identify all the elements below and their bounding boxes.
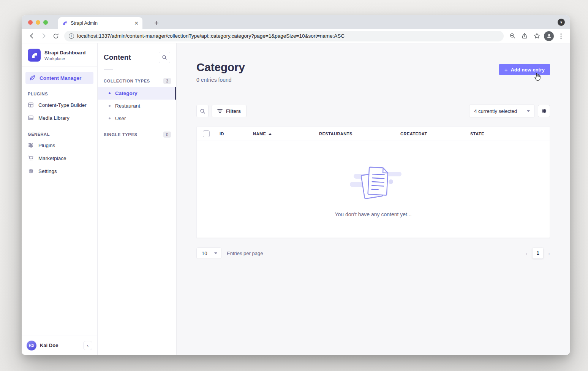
browser-toolbar: i localhost:1337/admin/content-manager/c…: [22, 29, 570, 43]
current-page-button[interactable]: 1: [533, 248, 543, 258]
sort-asc-icon: [269, 133, 272, 135]
content-subnav: Content COLLECTION TYPES 3 Category Rest…: [98, 43, 177, 355]
subnav-item-restaurant[interactable]: Restaurant: [98, 100, 176, 112]
browser-menu-icon[interactable]: [556, 31, 566, 41]
brand[interactable]: Strapi Dashboard Workplace: [22, 43, 97, 67]
filters-label: Filters: [226, 108, 241, 114]
column-header-id[interactable]: ID: [220, 132, 253, 136]
empty-state-text: You don't have any content yet...: [335, 211, 411, 217]
subnav-item-label: Restaurant: [115, 103, 140, 109]
browser-profile-avatar[interactable]: [544, 31, 554, 41]
sidebar-item-label: Marketplace: [38, 155, 66, 161]
pagination-bar: 10 Entries per page ‹ 1 ›: [196, 247, 550, 259]
sidebar-section-plugins: PLUGINS: [22, 84, 97, 98]
subnav-item-user[interactable]: User: [98, 112, 176, 125]
record-indicator-icon[interactable]: ▼: [558, 19, 565, 26]
column-header-createdat[interactable]: CREATEDAT: [400, 132, 470, 136]
next-page-icon[interactable]: ›: [548, 250, 550, 257]
table-header-row: ID NAME RESTAURANTS CREATEDAT STATE: [197, 127, 550, 141]
brand-title: Strapi Dashboard: [44, 50, 85, 55]
image-icon: [28, 115, 34, 121]
subnav-title: Content: [104, 53, 131, 62]
sidebar-user: KD Kai Doe ‹: [22, 336, 97, 355]
strapi-logo-icon: [28, 49, 41, 62]
bullet-icon: [109, 92, 111, 94]
list-controls: Filters 4 currently selected: [196, 105, 550, 117]
table-empty-state: You don't have any content yet...: [197, 141, 550, 238]
filters-button[interactable]: Filters: [212, 105, 247, 117]
new-tab-button[interactable]: +: [152, 18, 161, 28]
subnav-item-category[interactable]: Category: [98, 87, 176, 100]
columns-select-value: 4 currently selected: [474, 108, 517, 114]
page-title: Category: [196, 61, 245, 74]
sidebar-item-label: Content-Type Builder: [38, 102, 87, 108]
toolbar-actions: [507, 31, 566, 41]
collection-types-label: COLLECTION TYPES: [104, 79, 150, 83]
chevron-down-icon: [527, 110, 530, 112]
subnav-divider: [104, 69, 113, 70]
back-button[interactable]: [26, 31, 37, 41]
table-settings-button[interactable]: [538, 105, 550, 117]
reload-button[interactable]: [51, 31, 61, 41]
zoom-icon[interactable]: [507, 31, 517, 41]
search-entries-button[interactable]: [196, 105, 209, 117]
column-header-restaurants[interactable]: RESTAURANTS: [319, 132, 400, 136]
sidebar-item-content-type-builder[interactable]: Content-Type Builder: [22, 98, 97, 111]
window-controls: [28, 20, 48, 25]
url-bar[interactable]: i localhost:1337/admin/content-manager/c…: [64, 31, 504, 41]
bullet-icon: [109, 117, 111, 119]
select-all-checkbox[interactable]: [203, 130, 210, 137]
feather-pen-icon: [29, 75, 35, 81]
page-size-select[interactable]: 10: [196, 247, 221, 259]
entries-per-page-label: Entries per page: [227, 251, 263, 256]
site-info-icon[interactable]: i: [69, 33, 74, 39]
bullet-icon: [109, 105, 111, 107]
columns-select[interactable]: 4 currently selected: [469, 105, 535, 117]
sidebar-item-content-manager[interactable]: Content Manager: [25, 72, 93, 84]
sidebar-divider: [22, 67, 97, 67]
column-header-name-label: NAME: [253, 132, 266, 136]
favicon-strapi-icon: [62, 20, 68, 26]
add-new-entry-button[interactable]: + Add new entry: [499, 64, 550, 75]
sidebar-item-settings[interactable]: Settings: [22, 165, 97, 178]
gear-icon: [28, 168, 34, 174]
browser-window: Strapi Admin ✕ + ▼ i localhost:1337/admi…: [22, 15, 570, 355]
brand-subtitle: Workplace: [44, 56, 85, 61]
browser-tab[interactable]: Strapi Admin ✕: [58, 17, 142, 29]
minimize-window-button[interactable]: [36, 20, 40, 25]
sidebar-item-label: Media Library: [38, 115, 70, 121]
filter-lines-icon: [217, 109, 223, 113]
browser-tabstrip: Strapi Admin ✕ + ▼: [22, 15, 570, 29]
collapse-sidebar-button[interactable]: ‹: [83, 341, 92, 350]
puzzle-icon: [28, 142, 34, 148]
zoom-window-button[interactable]: [43, 20, 48, 25]
main-content: Category 0 entries found + Add new entry…: [177, 43, 570, 355]
sidebar-item-label: Content Manager: [40, 75, 81, 81]
chevron-down-icon: [214, 252, 217, 254]
user-name: Kai Doe: [40, 342, 80, 348]
strapi-admin-app: Strapi Dashboard Workplace Content Manag…: [22, 43, 570, 355]
subnav-item-label: Category: [115, 90, 138, 96]
sidebar-item-marketplace[interactable]: Marketplace: [22, 152, 97, 165]
tab-close-icon[interactable]: ✕: [134, 20, 139, 26]
sidebar-item-plugins[interactable]: Plugins: [22, 139, 97, 152]
tab-title: Strapi Admin: [71, 21, 131, 26]
sidebar-item-label: Plugins: [38, 143, 55, 148]
subnav-search-button[interactable]: [159, 52, 170, 63]
entries-table: ID NAME RESTAURANTS CREATEDAT STATE: [196, 127, 550, 238]
user-avatar[interactable]: KD: [27, 341, 36, 350]
column-header-state[interactable]: STATE: [470, 132, 550, 136]
plus-icon: +: [504, 67, 508, 73]
subnav-item-label: User: [115, 116, 126, 121]
column-header-name[interactable]: NAME: [253, 132, 319, 136]
forward-button[interactable]: [38, 31, 49, 41]
sidebar-item-media-library[interactable]: Media Library: [22, 111, 97, 124]
share-icon[interactable]: [520, 31, 530, 41]
bookmark-star-icon[interactable]: [532, 31, 542, 41]
single-types-label: SINGLE TYPES: [104, 132, 137, 137]
previous-page-icon[interactable]: ‹: [526, 250, 528, 257]
close-window-button[interactable]: [28, 20, 33, 25]
empty-documents-illustration: [343, 162, 404, 201]
sidebar: Strapi Dashboard Workplace Content Manag…: [22, 43, 98, 355]
collection-types-count-badge: 3: [163, 78, 171, 84]
